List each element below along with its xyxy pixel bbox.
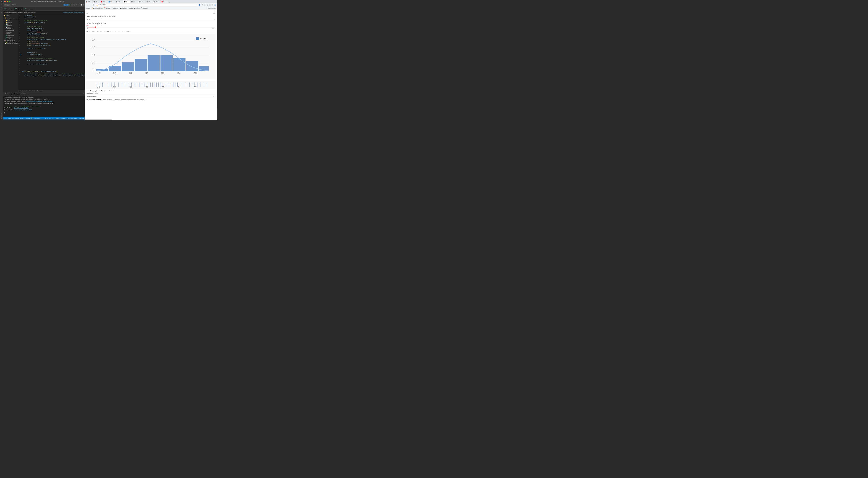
si-tab-close[interactable]: ×	[167, 1, 167, 2]
explorer-item-asset[interactable]: ▶ 📁 asset	[3, 20, 18, 21]
bookmark-gdrive[interactable]: ▲ Google Drive	[119, 7, 128, 9]
config-icon[interactable]: ⚙	[14, 4, 16, 6]
sidebar-toggle-button[interactable]: ›	[87, 11, 87, 12]
back-button[interactable]: ←	[86, 4, 88, 6]
edit-tab-close[interactable]: ×	[99, 1, 99, 2]
bookmark-apps[interactable]: ⊞ Apps	[86, 7, 91, 9]
ios-tab-close[interactable]: ×	[91, 1, 92, 2]
terminal-local-link[interactable]: http://localhost:8501	[13, 107, 28, 109]
explorer-item-gitignore[interactable]: 📄 .gitignore	[3, 23, 18, 25]
transformation-select[interactable]: Secret Formula 1 Secret Formula 2	[87, 95, 215, 97]
rece-tab-close[interactable]: ×	[152, 1, 152, 2]
debug-icon[interactable]: ⊡	[72, 4, 73, 5]
azure-tab-close[interactable]: ×	[114, 1, 114, 2]
extension-icon-3[interactable]: ◯	[204, 4, 206, 6]
git-branch[interactable]: main	[63, 4, 69, 6]
event-log-status[interactable]: Event Log	[79, 117, 84, 119]
extension-icon-1[interactable]: 🔵	[198, 4, 201, 6]
build-icon[interactable]: ⊡	[71, 4, 72, 5]
browser-tab-si[interactable]: s si ×	[161, 0, 168, 3]
explorer-item-ext-libs[interactable]: ▼ 📚 External Libraries	[3, 40, 18, 41]
address-bar[interactable]: 🔒 localhost:8501 ☆	[95, 4, 198, 6]
file-tab-helpers[interactable]: Py helpers.py	[13, 7, 23, 11]
refresh-icon[interactable]: ↺	[83, 4, 84, 5]
reload-button[interactable]: ↺	[92, 4, 95, 6]
browser-tab-rece[interactable]: R Rece... ×	[146, 0, 153, 3]
extensions-icon[interactable]	[0, 11, 3, 14]
forward-button[interactable]: →	[89, 4, 91, 6]
explorer-item-sims[interactable]: Py sims.py	[3, 36, 18, 38]
browser-tab-azure[interactable]: A Azur... ×	[108, 0, 115, 3]
terminal-status[interactable]: ▶ Terminal	[25, 117, 30, 119]
browser-tab-youtube[interactable]: ▶ YouT... ×	[100, 0, 108, 3]
explorer-item-simulation[interactable]: ▼ 📁 simulation ~/Desktop/pro...	[3, 18, 18, 20]
bookmark-app-design[interactable]: ✏ App Design	[111, 7, 119, 9]
maximize-button[interactable]	[9, 1, 10, 2]
distribution-select[interactable]: Normal Triangular Uniform	[87, 18, 215, 21]
new-file-icon[interactable]: +	[4, 17, 4, 18]
development-tab[interactable]: development ×	[10, 93, 20, 95]
browser-tab-kitchen[interactable]: K Kitc... ×	[131, 0, 138, 3]
youtube-tab-close[interactable]: ×	[106, 1, 107, 2]
browser-tab-turn[interactable]: T Turn... ×	[153, 0, 161, 3]
samples-slider[interactable]	[87, 27, 215, 27]
explorer-item-requirements[interactable]: ≡ requirements.txt	[3, 30, 18, 31]
explorer-item-runtime[interactable]: ≡ runtime.txt	[3, 31, 18, 33]
bookmark-medium[interactable]: 📝 Medium Blog | Trello	[91, 7, 103, 9]
vcs-status[interactable]: ⎇ ⎇ 9: Version Control	[12, 117, 24, 119]
terminal-link-1[interactable]: https://support.apple.com/kb/HT208050	[26, 101, 52, 102]
explorer-item-procfile[interactable]: 📄 Procfile	[3, 26, 18, 28]
browser-profile-button[interactable]: 👤	[214, 4, 216, 6]
browser-tab-editing[interactable]: M Editi... ×	[93, 0, 100, 3]
clock-icon[interactable]: 🕐	[81, 4, 82, 5]
explorer-item-simulator[interactable]: Py simulator.py	[3, 38, 18, 40]
6v-tab-close[interactable]: ×	[121, 1, 122, 2]
install-requirement-button[interactable]: Install requirement	[63, 11, 73, 13]
split-icon[interactable]: ⊟	[13, 4, 14, 6]
browser-tab-6v[interactable]: ⑥ (6) V... ×	[116, 0, 123, 3]
new-tab-button[interactable]: +	[168, 1, 170, 3]
todo-status[interactable]: ✓ ✓ 6: TODO	[4, 117, 11, 119]
explorer-item-show-pages[interactable]: Py show_pages.py	[3, 35, 18, 36]
explorer-item-readme[interactable]: M README.md	[3, 28, 18, 30]
st-menu-button[interactable]: ≡	[214, 11, 215, 12]
source-control-icon[interactable]	[0, 6, 3, 8]
extension-icon-5[interactable]: ▣	[209, 4, 211, 6]
local-tab-close[interactable]: ×	[26, 94, 26, 94]
code-content[interactable]: 13 14 15 16 17 18 19 20 21 22 23 24 25 2…	[18, 14, 85, 90]
extension-icon-2[interactable]: M	[201, 4, 204, 6]
run-button[interactable]: ▶	[69, 4, 70, 6]
bookmark-star-icon[interactable]: ☆	[196, 4, 197, 5]
extension-icon-4[interactable]: ◉	[206, 4, 209, 6]
other-bookmarks[interactable]: Other Bookmarks	[208, 8, 216, 9]
explorer-item-scratches[interactable]: ▶ 📝 Scratches and Consoles	[3, 43, 18, 44]
search-icon[interactable]	[0, 3, 3, 6]
explorer-item-helpers[interactable]: Py helpers.py	[3, 25, 18, 26]
stop-icon[interactable]: ⊡	[74, 4, 75, 5]
minimize-button[interactable]	[7, 1, 8, 2]
medium-tab-close[interactable]: ×	[129, 1, 129, 2]
terminal-network-link[interactable]: http://192.168.2.16:8501	[15, 109, 32, 111]
collapse-icon[interactable]: ⊖	[6, 17, 7, 18]
kitchen-tab-close[interactable]: ×	[136, 1, 137, 2]
local-tab[interactable]: Local (2) ×	[20, 93, 28, 95]
terminal-tab[interactable]: Terminal	[4, 93, 10, 95]
file-tab-simulator[interactable]: Py simulator.py	[3, 7, 13, 11]
settings-icon[interactable]: ⚙	[11, 4, 12, 6]
browser-tab-ios[interactable]: 🍎 iOS 1... ×	[85, 0, 93, 3]
explorer-item-reference[interactable]: ▼ 📁 reference	[3, 21, 18, 23]
run-icon[interactable]	[0, 9, 3, 11]
file-tab-show-pages[interactable]: Py show_pages.py	[23, 7, 36, 11]
project-button[interactable]: Project ▾	[4, 4, 10, 6]
browser-tab-medium[interactable]: ● Medi... ×	[123, 0, 130, 3]
terminal-settings-icon[interactable]: ⚙	[83, 93, 84, 95]
close-button[interactable]	[4, 1, 6, 2]
ignore-requirement-button[interactable]: Ignore requirement	[73, 11, 83, 13]
python-console-status[interactable]: 🐍 Python Console	[31, 117, 40, 119]
more-tools-button[interactable]: ⋮	[211, 4, 214, 6]
mlfr-tab-close[interactable]: ×	[144, 1, 145, 2]
explorer-item-python36[interactable]: ▶ 🐍 < Python 3.6 (simulation) >	[3, 41, 18, 43]
bookmark-youtube[interactable]: ▶ YouTube	[133, 7, 140, 9]
explorer-icon[interactable]	[0, 0, 3, 3]
turn-tab-close[interactable]: ×	[159, 1, 160, 2]
